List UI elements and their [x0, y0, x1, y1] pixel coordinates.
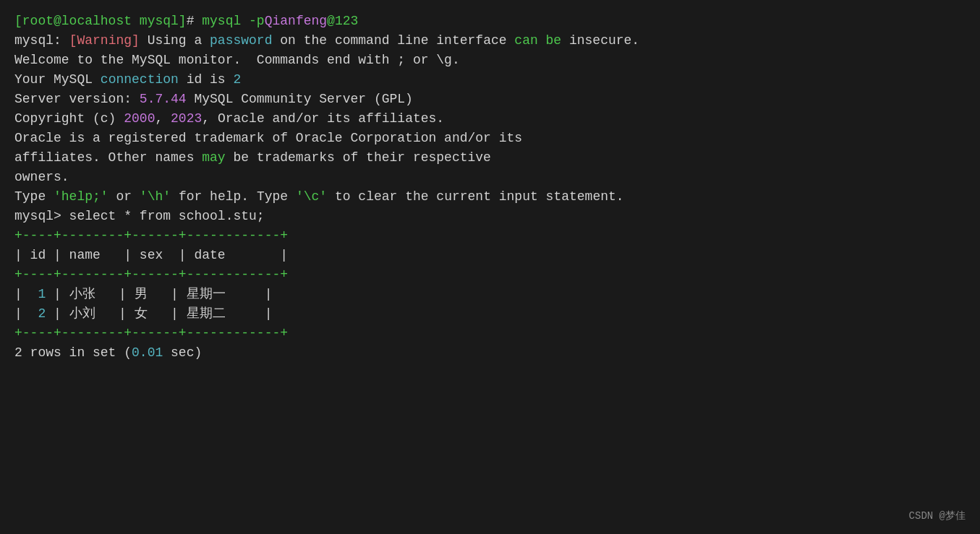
line16: | 2 | 小刘 | 女 | 星期二 | [14, 304, 966, 324]
line5: Server version: 5.7.44 MySQL Community S… [14, 90, 966, 109]
line7: Oracle is a registered trademark of Orac… [14, 129, 966, 148]
line3: Welcome to the MySQL monitor. Commands e… [14, 51, 966, 70]
line13: | id | name | sex | date | [14, 246, 966, 265]
line18: 2 rows in set (0.01 sec) [14, 343, 966, 363]
terminal: [root@localhost mysql]# mysql -pQianfeng… [14, 12, 966, 522]
line10: Type 'help;' or '\h' for help. Type '\c'… [14, 187, 966, 207]
line2: mysql: [Warning] Using a password on the… [14, 31, 966, 51]
line8: affiliates. Other names may be trademark… [14, 148, 966, 168]
line14: +----+--------+------+------------+ [14, 265, 966, 285]
line9: owners. [14, 168, 966, 187]
line4: Your MySQL connection id is 2 [14, 70, 966, 90]
watermark: CSDN @梦佳 [909, 509, 966, 524]
line1: [root@localhost mysql]# mysql -pQianfeng… [14, 12, 966, 31]
line17: +----+--------+------+------------+ [14, 324, 966, 343]
line15: | 1 | 小张 | 男 | 星期一 | [14, 285, 966, 304]
line6: Copyright (c) 2000, 2023, Oracle and/or … [14, 109, 966, 129]
line12: +----+--------+------+------------+ [14, 226, 966, 246]
line11: mysql> select * from school.stu; [14, 207, 966, 226]
